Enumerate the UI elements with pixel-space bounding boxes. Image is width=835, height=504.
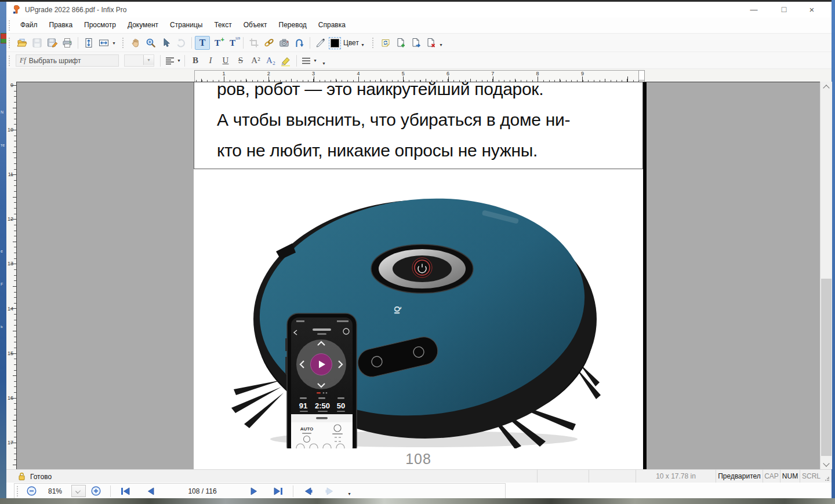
text-tool-button-selected[interactable]: T [195,36,210,50]
link-tool-button[interactable] [262,36,277,50]
last-page-button[interactable] [270,485,287,498]
toolbar-grip[interactable] [9,56,12,66]
menu-item[interactable]: Справка [313,17,351,33]
toolbar-grip[interactable] [9,20,12,31]
menu-item[interactable]: Документ [122,17,164,33]
bold-button[interactable]: B [188,54,203,68]
history-dropdown[interactable]: ▾ [347,491,352,496]
font-badge: Ff [20,56,26,65]
page-edge-shadow [643,82,647,469]
title-bar[interactable]: UPgrade 2022 866.pdf - Infix Pro — □ × [6,2,832,17]
page-indicator[interactable]: 108 / 116 [168,487,237,495]
status-preview-mode: Предварител [716,470,763,483]
document-text-line[interactable]: ров, робот — это наикрутейший подарок. [217,82,543,99]
text-order-tool-button[interactable]: T ¹²³ [225,36,240,50]
ruler-units-box[interactable] [638,70,645,81]
subscript-button[interactable]: A₂ [263,54,278,68]
bold-label: B [193,56,198,65]
minimize-button[interactable]: — [740,2,767,17]
zoom-out-button[interactable] [23,485,40,498]
menu-item[interactable]: Текст [208,17,237,33]
color-dropdown[interactable]: ▾ [360,42,365,48]
underline-label: U [223,56,229,65]
open-folder-icon [16,37,28,49]
add-text-tool-button[interactable]: T + [210,36,225,50]
vertical-scrollbar[interactable] [820,82,832,469]
robot-vacuum-illustration: IQ [221,193,604,448]
snapshot-tool-button[interactable] [277,36,292,50]
previous-page-button[interactable] [142,485,159,498]
hand-tool-button[interactable] [128,36,143,50]
strikethrough-button[interactable]: S [233,54,248,68]
align-dropdown[interactable]: ▾ [176,58,181,63]
menu-item[interactable]: Перевод [273,17,313,33]
menu-item[interactable]: Правка [43,17,79,33]
print-button[interactable] [60,36,75,50]
zoom-in-button[interactable] [87,485,104,498]
italic-button[interactable]: I [203,54,218,68]
undo-button[interactable] [173,36,188,50]
pages-dropdown[interactable]: ▾ [438,42,444,48]
superscript-button[interactable]: A² [248,54,263,68]
menu-item[interactable]: Файл [14,17,43,33]
menu-item[interactable]: Объект [238,17,273,33]
close-button[interactable]: × [798,2,825,17]
menu-items: ФайлПравкаПросмотрДокументСтраницыТекстО… [14,17,351,33]
scrollbar-thumb[interactable] [821,279,832,456]
resize-grip[interactable] [822,470,832,483]
save-button[interactable] [30,36,45,50]
first-page-button[interactable] [117,485,134,498]
select-tool-button[interactable] [158,36,173,50]
ruler-number: 10 [8,127,13,133]
document-viewport[interactable]: 108 [16,82,821,470]
font-size-dropdown-icon[interactable]: ▾ [143,55,154,65]
toolbar-overflow-dropdown[interactable]: ▾ [321,61,326,66]
navigation-bar: 81% 108 / 116 [6,483,832,498]
document-text-line[interactable]: А чтобы выяснить, что убираться в доме н… [217,110,570,130]
eyedropper-button[interactable] [313,36,328,50]
scroll-down-button[interactable] [821,459,832,469]
update-pages-button[interactable] [378,36,393,50]
fit-page-height-button[interactable] [81,36,96,50]
save-as-button[interactable] [45,36,60,50]
robot-vacuum-figure: IQ [221,193,604,448]
document-text-line[interactable]: кто не любит, никакие опросы не нужны. [217,141,538,160]
toolbar-grip[interactable] [9,38,12,48]
zoom-tool-button[interactable] [143,36,158,50]
ruler-number: 2 [267,71,270,76]
scroll-up-button[interactable] [821,82,832,92]
font-name-field[interactable]: Ff Выбрать шрифт [16,54,119,67]
highlighter-button[interactable] [278,54,293,68]
toolbar-grip[interactable] [122,38,125,48]
ruler-number: 1 [222,71,225,76]
insert-page-button[interactable] [393,36,408,50]
maximize-button[interactable]: □ [771,2,797,17]
font-size-combo[interactable]: ▾ [124,54,154,67]
menu-item[interactable]: Просмотр [78,17,122,33]
align-button[interactable] [164,54,176,68]
subscript-label: A₂ [266,56,275,65]
zoom-mode-dropdown[interactable]: ▾ [111,41,117,46]
crop-tool-button[interactable] [246,36,262,50]
extract-page-button[interactable] [408,36,423,50]
zoom-dropdown[interactable] [71,485,86,497]
pdf-page[interactable]: 108 [194,82,643,469]
horizontal-ruler[interactable]: 123456789 [194,70,645,83]
color-swatch-button[interactable] [328,36,341,50]
open-file-button[interactable] [14,36,30,50]
fit-page-width-button[interactable] [96,36,111,50]
toolbar-grip[interactable] [17,486,20,496]
reflow-tool-button[interactable] [292,36,307,50]
next-page-button[interactable] [245,485,263,498]
zoom-level[interactable]: 81% [40,487,70,495]
line-spacing-button[interactable] [300,54,313,68]
desktop-wallpaper-left: N те е ь F [0,0,6,504]
underline-button[interactable]: U [218,54,233,68]
delete-page-button[interactable] [423,36,438,50]
line-spacing-dropdown[interactable]: ▾ [313,58,318,63]
vertical-ruler[interactable]: 91011121314151617 [6,82,17,469]
menu-item[interactable]: Страницы [164,17,208,33]
view-forward-button[interactable] [321,485,339,498]
view-back-button[interactable] [299,485,317,498]
toolbar-grip[interactable] [372,38,375,48]
